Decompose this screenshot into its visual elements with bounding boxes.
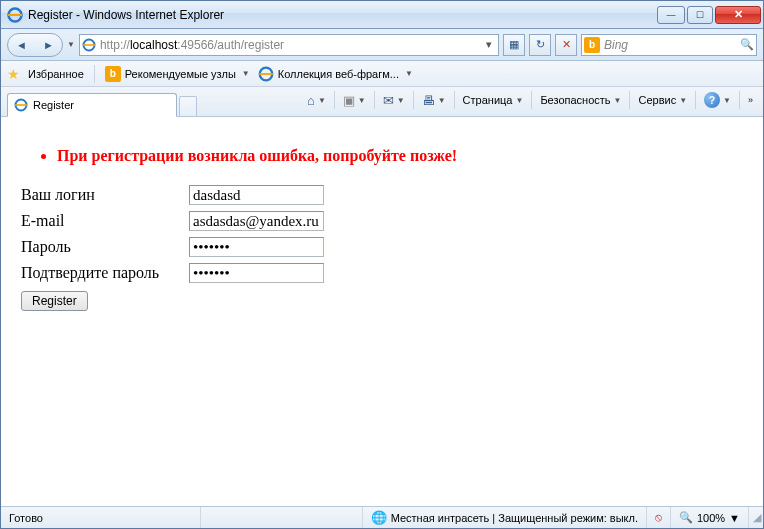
status-protected-mode-icon[interactable]: ⦸ [647,507,671,528]
home-button[interactable]: ⌂▼ [303,89,330,111]
zone-text: Местная интрасеть | Защищенный режим: вы… [391,512,638,524]
print-button[interactable]: 🖶▼ [418,89,450,111]
url-text: http://localhost:49566/auth/register [100,38,478,52]
close-button[interactable]: ✕ [715,6,761,24]
label-password: Пароль [21,238,189,256]
status-ready: Готово [1,507,201,528]
feeds-button[interactable]: ▣▼ [339,89,370,111]
read-mail-button[interactable]: ✉▼ [379,89,409,111]
forward-icon: ► [43,39,54,51]
safety-menu[interactable]: Безопасность▼ [536,89,625,111]
favorites-label[interactable]: Избранное [28,68,84,80]
fav-item-label: Рекомендуемые узлы [125,68,236,80]
separator [454,91,455,109]
fav-web-slices[interactable]: Коллекция веб-фрагм... ▼ [258,66,413,82]
search-go-icon[interactable]: 🔍 [740,38,754,51]
menu-label: Страница [463,94,513,106]
compat-view-button[interactable]: ▦ [503,34,525,56]
login-input[interactable] [189,185,324,205]
page-content: При регистрации возникла ошибка, попробу… [1,117,763,506]
home-icon: ⌂ [307,93,315,108]
refresh-button[interactable]: ↻ [529,34,551,56]
menu-label: Сервис [638,94,676,106]
row-email: E-mail [21,211,743,231]
maximize-button[interactable]: ☐ [687,6,713,24]
nav-history-dropdown[interactable]: ▼ [67,40,75,49]
row-login: Ваш логин [21,185,743,205]
status-zone[interactable]: 🌐 Местная интрасеть | Защищенный режим: … [363,507,647,528]
label-login: Ваш логин [21,186,189,204]
stop-button[interactable]: ✕ [555,34,577,56]
separator [531,91,532,109]
fav-recommended-sites[interactable]: b Рекомендуемые узлы ▼ [105,66,250,82]
search-provider-text: Bing [604,38,736,52]
ie-icon [258,66,274,82]
window-controls: — ☐ ✕ [657,6,761,24]
favorites-bar: ★ Избранное b Рекомендуемые узлы ▼ Колле… [1,61,763,87]
chevron-down-icon: ▼ [405,69,413,78]
menu-label: Безопасность [540,94,610,106]
register-button[interactable]: Register [21,291,88,311]
separator [629,91,630,109]
zoom-icon: 🔍 [679,511,693,524]
resize-grip[interactable]: ◢ [749,511,763,524]
error-list: При регистрации возникла ошибка, попробу… [57,147,743,165]
zoom-value: 100% [697,512,725,524]
chevron-down-icon: ▼ [729,512,740,524]
separator [739,91,740,109]
separator [374,91,375,109]
print-icon: 🖶 [422,93,435,108]
refresh-icon: ↻ [536,38,545,51]
chevron-down-icon: ▼ [438,96,446,105]
command-bar: Register ⌂▼ ▣▼ ✉▼ 🖶▼ Страница▼ Безопасно… [1,87,763,117]
tab-favicon-ie-icon [14,98,28,112]
fav-item-label: Коллекция веб-фрагм... [278,68,399,80]
label-confirm-password: Подтвердите пароль [21,264,189,282]
address-bar[interactable]: http://localhost:49566/auth/register ▾ [79,34,499,56]
stop-icon: ✕ [562,38,571,51]
title-bar: Register - Windows Internet Explorer — ☐… [1,1,763,29]
zoom-control[interactable]: 🔍 100% ▼ [671,507,749,528]
help-menu[interactable]: ?▼ [700,89,735,111]
status-bar: Готово 🌐 Местная интрасеть | Защищенный … [1,506,763,528]
error-message: При регистрации возникла ошибка, попробу… [57,147,743,165]
toolbar-chevron[interactable]: » [744,89,757,111]
new-tab-button[interactable] [179,96,197,116]
back-forward-buttons[interactable]: ◄ ► [7,33,63,57]
email-input[interactable] [189,211,324,231]
confirm-password-input[interactable] [189,263,324,283]
chevron-down-icon: ▼ [242,69,250,78]
minimize-button[interactable]: — [657,6,685,24]
password-input[interactable] [189,237,324,257]
ie-icon [7,7,23,23]
status-text: Готово [9,512,43,524]
chevron-down-icon: ▼ [358,96,366,105]
separator [695,91,696,109]
chevron-down-icon: ▼ [397,96,405,105]
address-dropdown-icon[interactable]: ▾ [482,38,496,51]
tab-register[interactable]: Register [7,93,177,117]
page-favicon-ie-icon [82,38,96,52]
bing-icon: b [584,37,600,53]
tab-title: Register [33,99,74,111]
separator [94,65,95,83]
chevron-down-icon: ▼ [614,96,622,105]
broken-page-icon: ▦ [509,38,519,51]
nav-bar: ◄ ► ▼ http://localhost:49566/auth/regist… [1,29,763,61]
favorites-star-icon[interactable]: ★ [7,66,20,82]
row-password: Пароль [21,237,743,257]
rss-icon: ▣ [343,93,355,108]
tools-menu[interactable]: Сервис▼ [634,89,691,111]
shield-off-icon: ⦸ [655,511,662,524]
label-email: E-mail [21,212,189,230]
search-box[interactable]: b Bing 🔍 [581,34,757,56]
page-menu[interactable]: Страница▼ [459,89,528,111]
mail-icon: ✉ [383,93,394,108]
separator [413,91,414,109]
chevron-right-icon: » [748,95,753,105]
back-icon: ◄ [16,39,27,51]
chevron-down-icon: ▼ [679,96,687,105]
globe-icon: 🌐 [371,510,387,525]
bing-icon: b [105,66,121,82]
row-confirm-password: Подтвердите пароль [21,263,743,283]
